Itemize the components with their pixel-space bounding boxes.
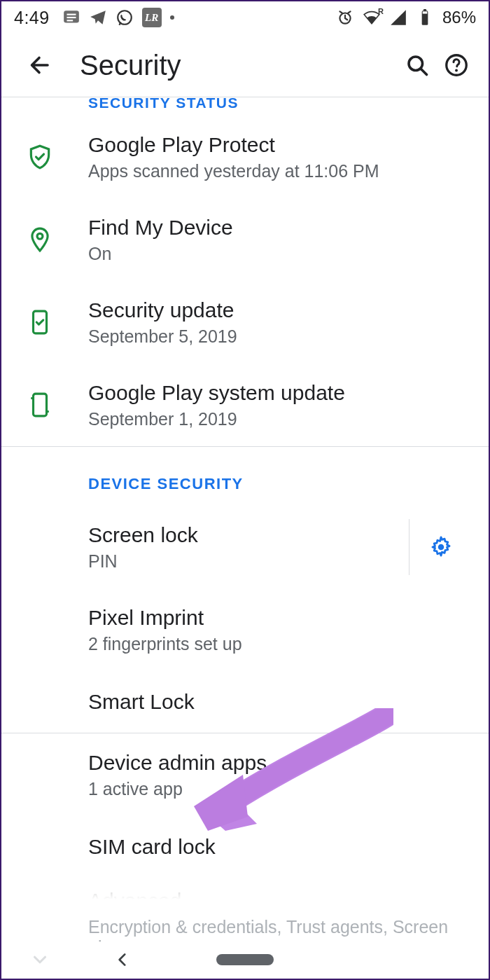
row-title: Smart Lock: [88, 690, 472, 714]
svg-point-9: [409, 57, 423, 71]
svg-rect-14: [34, 394, 47, 416]
row-subtitle: On: [88, 244, 472, 264]
wifi-icon: R: [363, 8, 381, 27]
svg-point-15: [438, 544, 444, 551]
row-pixel-imprint[interactable]: Pixel Imprint 2 fingerprints set up: [1, 588, 489, 671]
telegram-icon: [89, 8, 107, 27]
status-time: 4:49: [14, 8, 50, 28]
lr-app-icon: LR: [142, 8, 162, 27]
svg-point-12: [37, 233, 43, 239]
page-title: Security: [80, 50, 398, 81]
svg-point-4: [118, 11, 132, 25]
help-icon: [444, 53, 469, 78]
status-right: R 86%: [336, 8, 476, 27]
row-screen-lock[interactable]: Screen lock PIN: [1, 506, 489, 588]
row-title: Security update: [88, 298, 472, 322]
row-title: SIM card lock: [88, 835, 472, 859]
app-bar: Security: [1, 34, 489, 97]
nav-back-icon[interactable]: [113, 951, 132, 969]
whatsapp-icon: [115, 8, 134, 27]
row-sim-lock[interactable]: SIM card lock: [1, 816, 489, 878]
svg-point-11: [455, 69, 458, 72]
status-bar: 4:49 LR R 86%: [1, 1, 489, 34]
more-notifications-dot: [170, 15, 174, 20]
battery-percent: 86%: [442, 8, 476, 27]
battery-icon: [416, 8, 434, 27]
row-title: Google Play system update: [88, 381, 472, 405]
messages-icon: [62, 8, 80, 27]
row-subtitle: Encryption & credentials, Trust agents, …: [88, 917, 472, 944]
row-find-device[interactable]: Find My Device On: [1, 198, 489, 281]
search-button[interactable]: [398, 46, 437, 85]
row-subtitle: PIN: [88, 551, 409, 572]
row-subtitle: September 1, 2019: [88, 409, 472, 429]
row-device-admin[interactable]: Device admin apps 1 active app: [1, 733, 489, 816]
svg-rect-3: [66, 20, 73, 21]
row-play-system-update[interactable]: Google Play system update September 1, 2…: [1, 364, 489, 446]
row-smart-lock[interactable]: Smart Lock: [1, 671, 489, 733]
phone-check-icon: [27, 309, 53, 336]
svg-rect-1: [66, 14, 76, 15]
gear-icon: [429, 535, 453, 559]
section-header-security-status: SECURITY STATUS: [1, 97, 489, 116]
row-advanced[interactable]: Advanced Encryption & credentials, Trust…: [1, 878, 489, 944]
navigation-bar: [1, 941, 489, 979]
location-pin-icon: [27, 226, 53, 253]
svg-rect-2: [66, 17, 76, 18]
signal-icon: [389, 8, 407, 27]
screen-lock-settings-button[interactable]: [409, 519, 472, 575]
row-security-update[interactable]: Security update September 5, 2019: [1, 281, 489, 364]
row-title: Google Play Protect: [88, 133, 472, 157]
shield-check-icon: [27, 144, 53, 170]
status-left: 4:49 LR: [14, 8, 174, 28]
row-title: Pixel Imprint: [88, 606, 472, 630]
row-play-protect[interactable]: Google Play Protect Apps scanned yesterd…: [1, 116, 489, 198]
svg-rect-7: [424, 9, 426, 11]
section-header-device-security: DEVICE SECURITY: [1, 447, 489, 506]
row-title: Find My Device: [88, 216, 472, 240]
chevron-down-icon[interactable]: [29, 949, 50, 970]
svg-rect-8: [423, 11, 428, 13]
row-title: Advanced: [88, 889, 472, 913]
help-button[interactable]: [437, 46, 476, 85]
search-icon: [405, 53, 430, 78]
alarm-icon: [336, 8, 354, 27]
row-title: Device admin apps: [88, 751, 472, 775]
row-subtitle: Apps scanned yesterday at 11:06 PM: [88, 161, 472, 181]
row-subtitle: 1 active app: [88, 779, 472, 799]
row-subtitle: September 5, 2019: [88, 326, 472, 347]
back-button[interactable]: [22, 48, 56, 82]
row-title: Screen lock: [88, 523, 409, 547]
row-subtitle: 2 fingerprints set up: [88, 634, 472, 654]
phone-refresh-icon: [27, 392, 53, 418]
content-area[interactable]: SECURITY STATUS Google Play Protect Apps…: [1, 97, 489, 944]
nav-home-pill[interactable]: [216, 954, 274, 965]
arrow-back-icon: [27, 53, 52, 78]
